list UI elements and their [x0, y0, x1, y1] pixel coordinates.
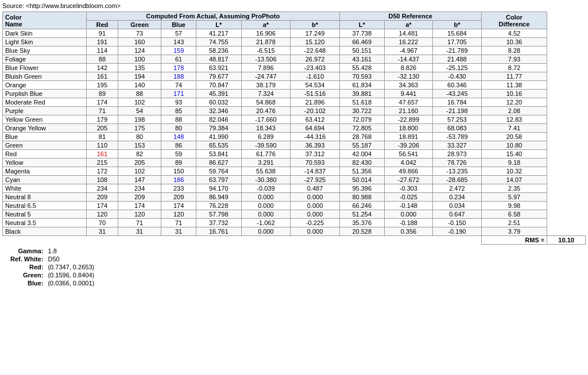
cell-diff: 10.16 [481, 90, 547, 98]
cell-blue: 59 [161, 150, 196, 158]
table-row: Moderate Red1741029360.03254.86821.89651… [3, 98, 586, 107]
cell-ca: -6.515 [241, 47, 291, 55]
cell-blue: 61 [161, 55, 196, 64]
cell-green: 153 [118, 141, 161, 150]
table-row: Magenta17210215059.76455.638-14.83751.35… [3, 167, 586, 176]
cell-green: 209 [118, 193, 161, 202]
table-row: Black31313116.7610.0000.00020.5280.356-0… [3, 227, 586, 236]
red-value: (0.7347, 0.2653) [45, 263, 96, 271]
cell-cb: 0.000 [291, 193, 340, 202]
cell-ca: -30.380 [241, 176, 291, 184]
cell-dL: 20.528 [339, 227, 384, 236]
cell-db: 78.726 [433, 158, 482, 167]
cell-cL: 86.627 [196, 158, 241, 167]
cell-diff: 4.52 [481, 29, 547, 38]
cell-cb: -27.925 [291, 176, 340, 184]
cell-red: 205 [86, 124, 118, 133]
cell-green: 147 [118, 176, 161, 184]
cell-da: 8.826 [384, 64, 433, 72]
cell-da: -0.148 [384, 202, 433, 210]
blue-label: Blue: [8, 279, 45, 287]
cell-blue: 31 [161, 227, 196, 236]
cell-red: 172 [86, 167, 118, 176]
cell-blue: 57 [161, 29, 196, 38]
cell-db: -0.150 [433, 219, 482, 227]
rms-value: 10.10 [547, 236, 586, 245]
cell-db: -13.235 [433, 167, 482, 176]
cell-dL: 66.469 [339, 38, 384, 47]
cell-name: Neutral 5 [3, 210, 87, 219]
cell-ca: 7.324 [241, 90, 291, 98]
cell-name: Purple [3, 107, 87, 115]
cell-red: 142 [86, 64, 118, 72]
cell-green: 234 [118, 184, 161, 193]
cell-red: 108 [86, 176, 118, 184]
cell-da: -22.899 [384, 115, 433, 124]
cell-da: 16.222 [384, 38, 433, 47]
table-row: Yellow Green1791988882.046-17.66063.4127… [3, 115, 586, 124]
cell-green: 82 [118, 150, 161, 158]
cell-red: 70 [86, 219, 118, 227]
cell-ca: -17.660 [241, 115, 291, 124]
cell-db: -21.198 [433, 107, 482, 115]
cell-dL: 35.376 [339, 219, 384, 227]
cell-ca: 54.868 [241, 98, 291, 107]
cell-diff: 7.41 [481, 124, 547, 133]
cell-diff: 8.28 [481, 47, 547, 55]
cell-dL: 80.988 [339, 193, 384, 202]
table-row: Neutral 512012012057.7980.0000.00051.254… [3, 210, 586, 219]
cell-db: -0.190 [433, 227, 482, 236]
cell-ca: -1.062 [241, 219, 291, 227]
cell-red: 195 [86, 81, 118, 90]
cell-dL: 72.079 [339, 115, 384, 124]
cell-name: Light Skin [3, 38, 87, 47]
cell-name: Purplish Blue [3, 90, 87, 98]
cell-ca: 38.179 [241, 81, 291, 90]
table-row: Blue818014841.9906.289-44.31628.76818.89… [3, 133, 586, 141]
cell-diff: 10.36 [481, 38, 547, 47]
cell-name: Yellow [3, 158, 87, 167]
cell-da: 0.356 [384, 227, 433, 236]
cell-cL: 41.990 [196, 133, 241, 141]
col-header-Lstar: L* [196, 21, 241, 29]
cell-cb: 17.249 [291, 29, 340, 38]
cell-cL: 37.732 [196, 219, 241, 227]
cell-da: 14.481 [384, 29, 433, 38]
table-row: Bluish Green16119418879.677-24.747-1.610… [3, 72, 586, 81]
cell-red: 191 [86, 38, 118, 47]
cell-ca: 21.878 [241, 38, 291, 47]
table-row: Orange1951407470.84738.17954.53461.83434… [3, 81, 586, 90]
table-row: Foliage881006148.817-13.50626.97243.161-… [3, 55, 586, 64]
cell-cL: 76.228 [196, 202, 241, 210]
main-table: ColorName Computed From Actual, Assuming… [2, 11, 586, 245]
cell-diff: 2.51 [481, 219, 547, 227]
cell-red: 31 [86, 227, 118, 236]
table-row: Purplish Blue898817145.3917.324-51.51639… [3, 90, 586, 98]
table-row: Dark Skin91735741.21716.90617.24937.7381… [3, 29, 586, 38]
cell-blue: 85 [161, 107, 196, 115]
cell-cb: -22.648 [291, 47, 340, 55]
cell-blue: 80 [161, 124, 196, 133]
cell-blue: 188 [161, 72, 196, 81]
cell-dL: 66.246 [339, 202, 384, 210]
cell-name: Neutral 3.5 [3, 219, 87, 227]
cell-name: Blue [3, 133, 87, 141]
cell-db: 2.472 [433, 184, 482, 193]
cell-name: Yellow Green [3, 115, 87, 124]
cell-cL: 70.847 [196, 81, 241, 90]
cell-db: -53.789 [433, 133, 482, 141]
cell-green: 120 [118, 210, 161, 219]
cell-db: 68.083 [433, 124, 482, 133]
blue-value: (0.0366, 0.0001) [45, 279, 96, 287]
table-row: Neutral 3.570717137.732-1.062-0.22535.37… [3, 219, 586, 227]
cell-db: 0.234 [433, 193, 482, 202]
cell-diff: 6.58 [481, 210, 547, 219]
cell-diff: 12.83 [481, 115, 547, 124]
cell-green: 194 [118, 72, 161, 81]
cell-ca: 0.000 [241, 193, 291, 202]
cell-red: 234 [86, 184, 118, 193]
cell-cb: 26.972 [291, 55, 340, 64]
table-row: Red161825953.84161.77637.31242.00456.541… [3, 150, 586, 158]
cell-blue: 74 [161, 81, 196, 90]
cell-db: -0.430 [433, 72, 482, 81]
